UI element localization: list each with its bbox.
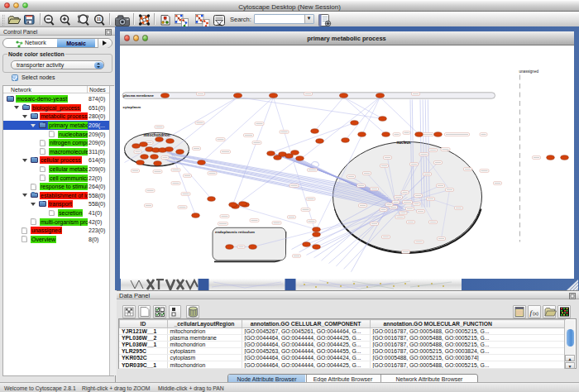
svg-text:(x): (x) bbox=[533, 311, 538, 316]
svg-text:plasma membrane: plasma membrane bbox=[123, 93, 154, 98]
svg-text:unassigned: unassigned bbox=[519, 69, 538, 73]
svg-text:endoplasmic reticulum: endoplasmic reticulum bbox=[215, 229, 255, 233]
svg-text:cytoplasm: cytoplasm bbox=[122, 105, 141, 109]
svg-text:nucleus: nucleus bbox=[396, 141, 411, 145]
svg-text:mitochondrion: mitochondrion bbox=[143, 133, 170, 137]
svg-text:11: 11 bbox=[97, 17, 102, 22]
